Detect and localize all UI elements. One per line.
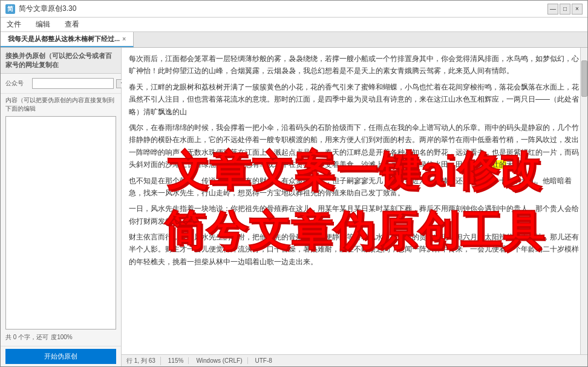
left-panel: 接换并伪原创（可以把公众号或者百家号的网址复制在 公众号 ▼ 内容（可以把要伪原… bbox=[1, 48, 122, 366]
content-textarea[interactable] bbox=[5, 116, 116, 330]
start-rewrite-button[interactable]: 开始伪原创 bbox=[5, 349, 116, 364]
menu-view[interactable]: 查看 bbox=[61, 18, 83, 31]
left-panel-header: 接换并伪原创（可以把公众号或者百家号的网址复制在 bbox=[1, 48, 121, 74]
app-icon: 简 bbox=[5, 4, 15, 14]
source-label: 公众号 bbox=[5, 79, 30, 88]
tab-close-0[interactable]: × bbox=[122, 36, 126, 42]
highlighted-text: 茁壮的 bbox=[485, 160, 506, 169]
zoom-level: 115% bbox=[168, 357, 189, 364]
paragraph-5: 财主依言而行，按照风水先生的嘱咐，把他祖先的骨殖下葬后便静静等待着风水先生所说的… bbox=[129, 231, 580, 268]
paragraph-2: 偶尔，在春雨绵绵的时候，我会撑着一把小伞，沿着码头的石阶拾级而下，任雨点在我的伞… bbox=[129, 122, 580, 171]
content-section: 内容（可以把要伪原创的内容直接复制到下面的编辑 共 0 个字，还可 度100% bbox=[1, 94, 121, 346]
close-button[interactable]: × bbox=[572, 4, 583, 15]
maximize-button[interactable]: □ bbox=[560, 4, 570, 15]
cursor-position: 行 1, 列 63 bbox=[126, 357, 161, 365]
paragraph-3: 也不知是在那个朝代，传说有一个富有的财主，有众多的妻妾，但子嗣寥寥无几，眼看年近… bbox=[129, 175, 580, 200]
menu-file[interactable]: 文件 bbox=[3, 18, 25, 31]
tab-label-0: 我每天是从都整从这株木楠树下经过... bbox=[8, 34, 120, 44]
minimize-button[interactable]: — bbox=[547, 4, 558, 15]
char-count-row: 共 0 个字，还可 度100% bbox=[5, 331, 116, 343]
content-label: 内容（可以把要伪原创的内容直接复制到下面的编辑 bbox=[5, 96, 116, 113]
source-section: 公众号 ▼ bbox=[1, 74, 121, 94]
title-bar-left: 简 简兮文章原创3.30 bbox=[5, 4, 76, 14]
paragraph-1: 春天，江畔的龙眼树和荔枝树开满了一簇簇黄色的小花，花的香气引来了蜜蜂和蝴蝶，小鸟… bbox=[129, 81, 580, 118]
menu-edit[interactable]: 编辑 bbox=[32, 18, 54, 31]
window-title: 简兮文章原创3.30 bbox=[19, 4, 76, 14]
menu-bar: 文件 编辑 查看 bbox=[1, 18, 587, 32]
main-window: 简 简兮文章原创3.30 — □ × 文件 编辑 查看 我每天是从都整从这株木楠… bbox=[0, 0, 588, 367]
main-area: 接换并伪原创（可以把公众号或者百家号的网址复制在 公众号 ▼ 内容（可以把要伪原… bbox=[1, 48, 587, 366]
tab-bar: 我每天是从都整从这株木楠树下经过... × bbox=[1, 32, 587, 48]
paragraph-4: 一日，风水先生指着一块地说：你把祖先的骨殖葬在这儿，用某年某月某日某时某刻下葬，… bbox=[129, 203, 580, 227]
status-bar: 行 1, 列 63 115% Windows (CRLF) UTF-8 bbox=[122, 354, 587, 366]
progress-label: 度100% bbox=[51, 333, 73, 342]
scrollbar-vertical[interactable] bbox=[580, 48, 587, 354]
source-input[interactable] bbox=[32, 78, 114, 89]
text-content[interactable]: 每次雨后，江面都会笼罩着一层轻绸薄纱般的雾，袅袅绕绕，若撑一艘小船或一个竹排置身… bbox=[122, 48, 587, 354]
paragraph-0: 每次雨后，江面都会笼罩着一层轻绸薄纱般的雾，袅袅绕绕，若撑一艘小船或一个竹排置身… bbox=[129, 53, 580, 77]
tab-0[interactable]: 我每天是从都整从这株木楠树下经过... × bbox=[1, 32, 134, 47]
title-bar: 简 简兮文章原创3.30 — □ × bbox=[1, 1, 587, 18]
window-controls: — □ × bbox=[547, 4, 583, 15]
source-row: 公众号 ▼ bbox=[5, 76, 116, 91]
content-scroll: 文章文案一键ai修改 简兮文章伪原创工具 每次雨后，江面都会笼罩着一层轻绸薄纱般… bbox=[122, 48, 587, 354]
scrollbar-thumb[interactable] bbox=[581, 60, 587, 97]
content-area: 文章文案一键ai修改 简兮文章伪原创工具 每次雨后，江面都会笼罩着一层轻绸薄纱般… bbox=[122, 48, 587, 366]
encoding: UTF-8 bbox=[255, 357, 277, 364]
char-count: 共 0 个字，还可 bbox=[5, 333, 48, 342]
line-ending: Windows (CRLF) bbox=[196, 357, 247, 364]
